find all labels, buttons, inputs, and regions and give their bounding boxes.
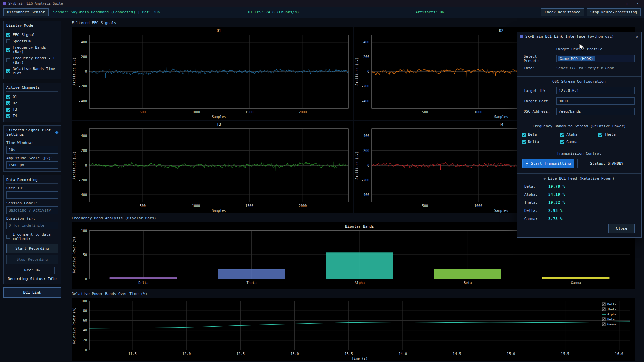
svg-text:Beta: Beta bbox=[607, 318, 615, 321]
plot-settings-panel: Filtered Signal Plot Settings Time Windo… bbox=[3, 125, 61, 172]
start-recording-button[interactable]: Start Recording bbox=[6, 244, 58, 253]
svg-text:-400: -400 bbox=[79, 193, 87, 196]
session-label-input[interactable] bbox=[6, 206, 58, 214]
osc-config-section: OSC Stream Configuration Target IP: 127.… bbox=[517, 76, 641, 118]
dialog-close-button[interactable]: Close bbox=[608, 224, 635, 233]
checkbox-label: O1 bbox=[13, 95, 17, 99]
svg-text:Amplitude (μV): Amplitude (μV) bbox=[355, 57, 359, 85]
bci-link-button[interactable]: BCI Link bbox=[3, 287, 61, 298]
checkbox-icon[interactable] bbox=[598, 133, 602, 137]
user-id-input[interactable] bbox=[6, 191, 58, 199]
svg-text:Samples: Samples bbox=[494, 209, 508, 213]
checkbox-icon[interactable] bbox=[560, 133, 564, 137]
channel-option[interactable]: T4 bbox=[6, 113, 58, 119]
feed-band-label: Gamma: bbox=[524, 217, 548, 221]
svg-text:1000: 1000 bbox=[474, 110, 482, 114]
consent-checkbox-icon[interactable] bbox=[6, 235, 10, 239]
live-bci-feed-section: ❖ Live BCI Feed (Relative Power) Beta: 1… bbox=[517, 173, 641, 224]
checkbox-icon[interactable] bbox=[522, 140, 526, 144]
data-recording-panel: Data Recording User ID: Session Label: D… bbox=[3, 175, 61, 284]
stop-recording-button[interactable]: Stop Recording bbox=[6, 255, 58, 264]
checkbox-icon[interactable] bbox=[522, 133, 526, 137]
amplitude-scale-label: Amplitude Scale (μV): bbox=[6, 156, 58, 160]
svg-text:100: 100 bbox=[81, 229, 87, 233]
duration-input[interactable] bbox=[6, 222, 58, 229]
display-mode-option[interactable]: Relative Bands Time Plot bbox=[6, 66, 58, 76]
checkbox-icon[interactable] bbox=[6, 48, 10, 52]
start-transmitting-button[interactable]: Start Transmitting bbox=[522, 159, 574, 168]
svg-text:2000: 2000 bbox=[299, 204, 307, 208]
checkbox-icon[interactable] bbox=[6, 69, 10, 73]
osc-field-input[interactable]: 127.0.0.1 bbox=[556, 87, 635, 94]
consent-option[interactable]: I consent to data collect: bbox=[6, 231, 58, 242]
svg-text:500: 500 bbox=[140, 110, 146, 114]
checkbox-icon[interactable] bbox=[6, 39, 10, 43]
band-option[interactable]: Alpha bbox=[560, 131, 598, 138]
feed-band-label: Alpha: bbox=[524, 192, 548, 197]
dialog-titlebar[interactable]: SkyBrain BCI Link Interface (python-osc)… bbox=[517, 32, 641, 41]
display-mode-panel: Display Mode EEG Signal Spectrum Frequen… bbox=[3, 21, 61, 79]
disconnect-sensor-button[interactable]: Disconnect Sensor bbox=[3, 8, 49, 16]
osc-field-input[interactable]: 9000 bbox=[556, 97, 635, 105]
band-option[interactable]: Theta bbox=[598, 131, 637, 138]
svg-text:400: 400 bbox=[81, 134, 87, 138]
checkbox-icon[interactable] bbox=[6, 108, 10, 112]
dialog-close-icon[interactable]: × bbox=[636, 34, 638, 39]
svg-text:Relative Power (%): Relative Power (%) bbox=[72, 307, 76, 344]
preset-label: Select Preset: bbox=[524, 54, 554, 63]
checkbox-icon[interactable] bbox=[6, 33, 10, 37]
svg-text:12.5: 12.5 bbox=[236, 352, 245, 356]
svg-text:400: 400 bbox=[363, 40, 369, 44]
amplitude-scale-select[interactable]: ±500 μV bbox=[6, 161, 58, 169]
checkbox-icon[interactable] bbox=[560, 140, 564, 144]
stop-neuro-processing-button[interactable]: Stop Neuro-Processing bbox=[587, 8, 641, 16]
channel-option[interactable]: O2 bbox=[6, 100, 58, 106]
svg-text:1500: 1500 bbox=[245, 204, 253, 208]
display-mode-option[interactable]: Frequency Bands - I (Bar) bbox=[6, 55, 58, 66]
checkbox-icon[interactable] bbox=[6, 58, 10, 62]
session-label: Session Label: bbox=[6, 201, 58, 205]
checkbox-icon[interactable] bbox=[6, 95, 10, 99]
svg-text:Alpha: Alpha bbox=[607, 313, 616, 316]
svg-text:500: 500 bbox=[422, 110, 428, 114]
display-mode-option[interactable]: EEG Signal bbox=[6, 32, 58, 38]
svg-text:O2: O2 bbox=[499, 28, 503, 33]
bands-to-stream-title: Frequency Bands to Stream (Relative Powe… bbox=[517, 124, 641, 128]
close-icon[interactable]: × bbox=[637, 2, 639, 5]
band-label: Delta bbox=[528, 140, 539, 144]
svg-text:12.0: 12.0 bbox=[182, 352, 191, 356]
artifacts-status: Artifacts: OK bbox=[415, 10, 444, 14]
channel-option[interactable]: T3 bbox=[6, 106, 58, 113]
top-toolbar: Disconnect Sensor Sensor: SkyBrain Headb… bbox=[0, 7, 644, 18]
minimize-icon[interactable]: – bbox=[615, 2, 617, 5]
svg-text:500: 500 bbox=[140, 204, 146, 208]
feed-row: Beta: 19.78 % bbox=[517, 184, 641, 189]
display-mode-option[interactable]: Spectrum bbox=[6, 38, 58, 44]
band-option[interactable]: Gamma bbox=[560, 139, 598, 145]
osc-field-label: OSC Address: bbox=[524, 109, 554, 114]
svg-text:14.5: 14.5 bbox=[453, 352, 461, 356]
checkbox-icon[interactable] bbox=[6, 101, 10, 105]
check-resistance-button[interactable]: Check Resistance bbox=[541, 8, 584, 16]
checkbox-label: O2 bbox=[13, 101, 17, 105]
active-channels-panel: Active Channels O1 O2 T3 T4 bbox=[3, 83, 61, 122]
feed-row: Delta: 2.93 % bbox=[517, 208, 641, 214]
channel-option[interactable]: O1 bbox=[6, 94, 58, 100]
transmit-bolt-icon bbox=[526, 161, 529, 166]
band-option[interactable]: Beta bbox=[522, 131, 560, 138]
time-window-select[interactable]: 10s bbox=[6, 146, 58, 154]
osc-field-row: Target Port: 9000 bbox=[517, 97, 641, 105]
maximize-icon[interactable]: □ bbox=[626, 2, 628, 5]
osc-field-input[interactable]: /eeg/bands bbox=[556, 108, 635, 115]
band-option[interactable]: Delta bbox=[522, 139, 560, 145]
svg-text:Delta: Delta bbox=[138, 281, 148, 285]
checkbox-icon[interactable] bbox=[6, 114, 10, 118]
svg-text:Delta: Delta bbox=[607, 303, 616, 306]
display-mode-title: Display Mode bbox=[6, 23, 58, 29]
display-mode-option[interactable]: Frequency Bands (Bar) bbox=[6, 44, 58, 55]
toolbar-right: Check Resistance Stop Neuro-Processing bbox=[541, 8, 641, 16]
preset-select[interactable]: Game MOD (HOOK) bbox=[556, 55, 635, 62]
svg-text:Samples: Samples bbox=[212, 115, 226, 119]
user-id-label: User ID: bbox=[6, 186, 58, 190]
info-value: Sends EEG to Script V Hook. bbox=[556, 66, 616, 70]
